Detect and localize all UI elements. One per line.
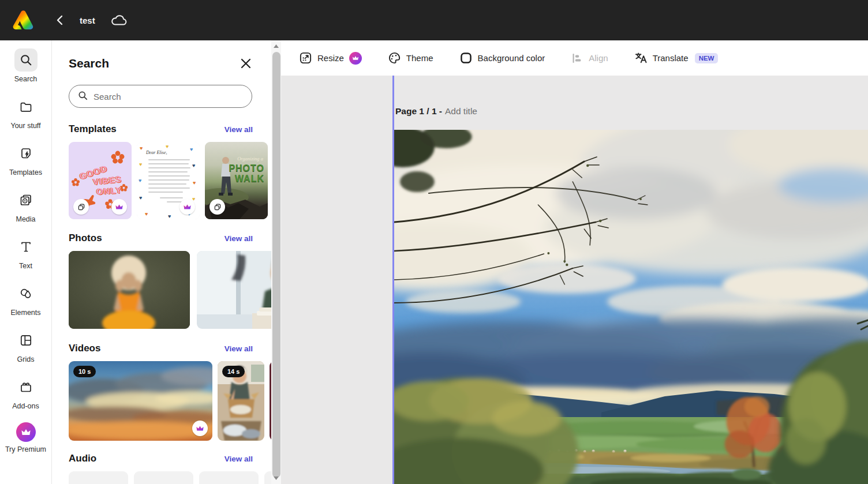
search-icon — [77, 90, 88, 103]
video-duration-badge: 14 s — [222, 366, 245, 377]
grids-icon — [19, 333, 33, 347]
add-title-placeholder[interactable]: Add title — [445, 106, 477, 116]
elements-icon — [19, 287, 33, 301]
crown-icon — [183, 203, 192, 211]
view-all-audio-link[interactable]: View all — [225, 455, 253, 463]
search-input[interactable] — [93, 92, 245, 102]
sidebar-label-your-stuff: Your stuff — [1, 121, 51, 131]
audio-card[interactable] — [69, 471, 128, 484]
adobe-express-logo-icon[interactable] — [10, 7, 36, 33]
view-all-templates-link[interactable]: View all — [225, 125, 253, 134]
resize-label: Resize — [317, 53, 344, 63]
background-color-label: Background color — [478, 53, 545, 63]
theme-palette-icon — [388, 51, 401, 65]
template-card-good-vibes[interactable]: GOOD VIBES ONLY — [69, 142, 132, 219]
add-ons-icon — [19, 380, 33, 394]
align-button[interactable]: Align — [571, 52, 608, 65]
crown-icon — [115, 203, 124, 211]
editor-main: Resize Theme Background color Align Tran… — [281, 40, 868, 484]
panel-title: Search — [69, 57, 109, 70]
sidebar-item-your-stuff[interactable]: Your stuff — [0, 95, 52, 134]
translate-icon — [634, 51, 648, 65]
copy-icon — [77, 203, 85, 211]
premium-crown-icon — [349, 52, 362, 65]
panel-scrollbar[interactable] — [271, 40, 281, 484]
sidebar-item-elements[interactable]: Elements — [0, 282, 52, 321]
design-canvas[interactable]: Page 1 / 1 -Add title — [281, 76, 868, 484]
sidebar-label-add-ons: Add-ons — [1, 402, 51, 411]
template-icon — [19, 147, 33, 160]
view-all-videos-link[interactable]: View all — [225, 344, 253, 353]
template-text: Organizing a — [237, 156, 263, 162]
copy-icon — [214, 203, 222, 211]
left-sidebar: Search Your stuff Templates Media Text E… — [0, 40, 52, 484]
premium-badge — [111, 199, 127, 215]
sidebar-item-add-ons[interactable]: Add-ons — [0, 376, 52, 415]
section-title-templates: Templates — [69, 123, 117, 135]
template-text: WALK — [235, 174, 264, 183]
sidebar-label-search: Search — [1, 74, 51, 84]
letter-salutation: Dear Elise, — [146, 150, 167, 155]
scrollbar-thumb[interactable] — [272, 52, 280, 478]
duplicate-badge[interactable] — [209, 199, 225, 215]
section-title-photos: Photos — [69, 232, 102, 244]
cloud-sync-icon[interactable] — [109, 12, 129, 29]
sidebar-item-search[interactable]: Search — [0, 48, 52, 88]
media-icon — [19, 193, 33, 207]
audio-card[interactable] — [199, 471, 259, 484]
folder-icon — [19, 100, 33, 114]
audio-card[interactable] — [264, 471, 271, 484]
sidebar-label-templates: Templates — [1, 168, 51, 178]
photos-row — [69, 251, 271, 329]
page-label[interactable]: Page 1 / 1 -Add title — [395, 106, 477, 117]
template-card-photo-walk[interactable]: Organizing a PHOTO WALK — [205, 142, 268, 219]
section-title-videos: Videos — [69, 343, 100, 354]
template-text: PHOTO — [229, 164, 264, 173]
template-card-letter[interactable]: ♥ ♥ ♥ ♥ ♥ ♥ ♥ ♥ ♥ ♥ ♥ ♥ Dear Elise, — [137, 142, 200, 219]
sidebar-item-try-premium[interactable]: Try Premium — [0, 422, 52, 462]
sidebar-item-text[interactable]: Text — [0, 235, 52, 275]
photo-thumbnail-man-desk[interactable] — [197, 251, 271, 329]
top-bar: test — [0, 0, 868, 40]
view-all-photos-link[interactable]: View all — [225, 234, 253, 243]
page-number: Page 1 / 1 - — [395, 106, 442, 116]
back-button[interactable] — [52, 12, 68, 28]
video-thumbnail-sunset-sky[interactable]: 10 s — [69, 361, 212, 441]
search-panel: Search Templates View all GOOD VIBES ONL… — [52, 40, 271, 484]
scrollbar-down-arrow[interactable] — [271, 474, 281, 483]
premium-badge — [192, 421, 208, 436]
translate-label: Translate — [653, 53, 689, 63]
text-icon — [19, 240, 33, 254]
theme-button[interactable]: Theme — [388, 51, 433, 65]
scrollbar-up-arrow[interactable] — [271, 42, 281, 51]
premium-crown-icon — [16, 422, 36, 442]
context-toolbar: Resize Theme Background color Align Tran… — [281, 40, 868, 76]
align-icon — [571, 52, 583, 65]
sidebar-label-elements: Elements — [1, 308, 51, 318]
audio-card[interactable] — [134, 471, 193, 484]
background-color-button[interactable]: Background color — [459, 51, 545, 65]
sidebar-item-grids[interactable]: Grids — [0, 329, 52, 368]
videos-row: 10 s — [69, 361, 271, 441]
close-icon[interactable] — [238, 55, 254, 72]
photo-thumbnail-woman[interactable] — [69, 251, 190, 329]
video-thumbnail-packing-box[interactable]: 14 s — [218, 361, 264, 441]
duplicate-badge[interactable] — [73, 199, 89, 215]
video-duration-badge: 10 s — [73, 366, 96, 377]
search-icon — [19, 53, 33, 67]
resize-button[interactable]: Resize — [299, 51, 362, 65]
sidebar-label-media: Media — [1, 215, 51, 224]
document-title[interactable]: test — [80, 16, 95, 25]
background-color-icon — [459, 51, 473, 65]
templates-row: GOOD VIBES ONLY ♥ ♥ ♥ ♥ ♥ ♥ ♥ ♥ ♥ ♥ — [69, 142, 271, 219]
new-badge: NEW — [695, 53, 719, 63]
crown-icon — [196, 425, 204, 432]
translate-button[interactable]: Translate NEW — [634, 51, 719, 65]
canvas-photo-landscape[interactable] — [394, 130, 868, 484]
template-text: ONLY — [96, 185, 122, 196]
align-label: Align — [589, 53, 608, 63]
search-input-box[interactable] — [69, 85, 252, 108]
sidebar-item-media[interactable]: Media — [0, 189, 52, 228]
sidebar-item-templates[interactable]: Templates — [0, 142, 52, 181]
sidebar-label-text: Text — [1, 261, 51, 271]
